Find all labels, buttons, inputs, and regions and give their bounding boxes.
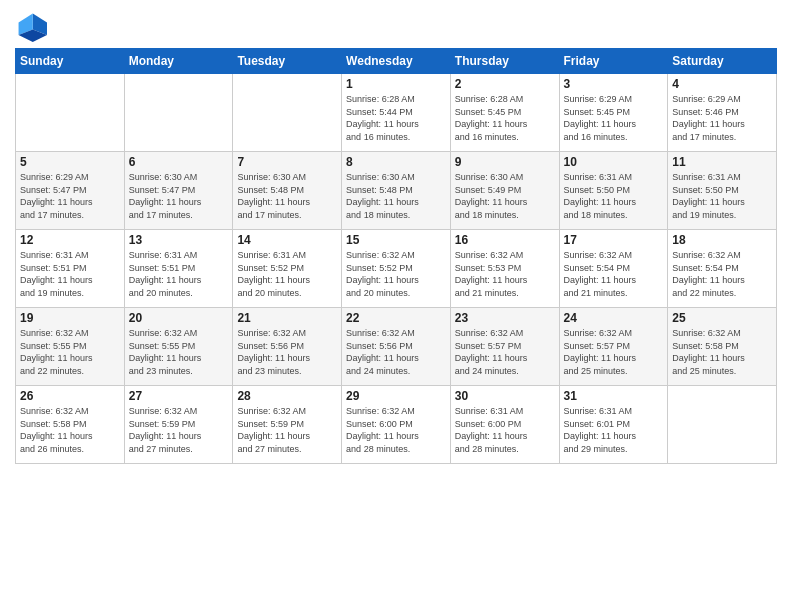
calendar-cell: 3Sunrise: 6:29 AM Sunset: 5:45 PM Daylig… <box>559 74 668 152</box>
calendar-cell: 10Sunrise: 6:31 AM Sunset: 5:50 PM Dayli… <box>559 152 668 230</box>
calendar-cell: 24Sunrise: 6:32 AM Sunset: 5:57 PM Dayli… <box>559 308 668 386</box>
header <box>15 10 777 42</box>
calendar-cell: 16Sunrise: 6:32 AM Sunset: 5:53 PM Dayli… <box>450 230 559 308</box>
day-info: Sunrise: 6:32 AM Sunset: 5:56 PM Dayligh… <box>237 327 337 377</box>
day-info: Sunrise: 6:31 AM Sunset: 5:51 PM Dayligh… <box>20 249 120 299</box>
day-info: Sunrise: 6:32 AM Sunset: 5:58 PM Dayligh… <box>20 405 120 455</box>
day-info: Sunrise: 6:31 AM Sunset: 6:00 PM Dayligh… <box>455 405 555 455</box>
day-number: 15 <box>346 233 446 247</box>
weekday-saturday: Saturday <box>668 49 777 74</box>
day-info: Sunrise: 6:30 AM Sunset: 5:48 PM Dayligh… <box>346 171 446 221</box>
calendar-cell: 23Sunrise: 6:32 AM Sunset: 5:57 PM Dayli… <box>450 308 559 386</box>
day-number: 10 <box>564 155 664 169</box>
calendar-cell: 28Sunrise: 6:32 AM Sunset: 5:59 PM Dayli… <box>233 386 342 464</box>
day-info: Sunrise: 6:28 AM Sunset: 5:44 PM Dayligh… <box>346 93 446 143</box>
calendar-cell: 20Sunrise: 6:32 AM Sunset: 5:55 PM Dayli… <box>124 308 233 386</box>
day-info: Sunrise: 6:32 AM Sunset: 6:00 PM Dayligh… <box>346 405 446 455</box>
day-info: Sunrise: 6:31 AM Sunset: 5:50 PM Dayligh… <box>564 171 664 221</box>
weekday-tuesday: Tuesday <box>233 49 342 74</box>
calendar-week-row: 12Sunrise: 6:31 AM Sunset: 5:51 PM Dayli… <box>16 230 777 308</box>
weekday-monday: Monday <box>124 49 233 74</box>
day-number: 19 <box>20 311 120 325</box>
day-info: Sunrise: 6:32 AM Sunset: 5:53 PM Dayligh… <box>455 249 555 299</box>
day-info: Sunrise: 6:29 AM Sunset: 5:46 PM Dayligh… <box>672 93 772 143</box>
calendar-table: SundayMondayTuesdayWednesdayThursdayFrid… <box>15 48 777 464</box>
calendar-week-row: 19Sunrise: 6:32 AM Sunset: 5:55 PM Dayli… <box>16 308 777 386</box>
page-container: SundayMondayTuesdayWednesdayThursdayFrid… <box>0 0 792 474</box>
calendar-cell: 29Sunrise: 6:32 AM Sunset: 6:00 PM Dayli… <box>342 386 451 464</box>
day-info: Sunrise: 6:31 AM Sunset: 6:01 PM Dayligh… <box>564 405 664 455</box>
day-number: 24 <box>564 311 664 325</box>
day-info: Sunrise: 6:32 AM Sunset: 5:57 PM Dayligh… <box>455 327 555 377</box>
weekday-sunday: Sunday <box>16 49 125 74</box>
day-info: Sunrise: 6:29 AM Sunset: 5:47 PM Dayligh… <box>20 171 120 221</box>
day-number: 11 <box>672 155 772 169</box>
day-info: Sunrise: 6:31 AM Sunset: 5:51 PM Dayligh… <box>129 249 229 299</box>
calendar-cell: 6Sunrise: 6:30 AM Sunset: 5:47 PM Daylig… <box>124 152 233 230</box>
calendar-cell: 18Sunrise: 6:32 AM Sunset: 5:54 PM Dayli… <box>668 230 777 308</box>
calendar-cell: 1Sunrise: 6:28 AM Sunset: 5:44 PM Daylig… <box>342 74 451 152</box>
calendar-cell: 22Sunrise: 6:32 AM Sunset: 5:56 PM Dayli… <box>342 308 451 386</box>
day-info: Sunrise: 6:28 AM Sunset: 5:45 PM Dayligh… <box>455 93 555 143</box>
calendar-cell: 27Sunrise: 6:32 AM Sunset: 5:59 PM Dayli… <box>124 386 233 464</box>
day-info: Sunrise: 6:32 AM Sunset: 5:58 PM Dayligh… <box>672 327 772 377</box>
calendar-cell: 13Sunrise: 6:31 AM Sunset: 5:51 PM Dayli… <box>124 230 233 308</box>
day-number: 4 <box>672 77 772 91</box>
day-number: 9 <box>455 155 555 169</box>
calendar-week-row: 5Sunrise: 6:29 AM Sunset: 5:47 PM Daylig… <box>16 152 777 230</box>
day-info: Sunrise: 6:32 AM Sunset: 5:54 PM Dayligh… <box>564 249 664 299</box>
calendar-cell: 5Sunrise: 6:29 AM Sunset: 5:47 PM Daylig… <box>16 152 125 230</box>
day-info: Sunrise: 6:30 AM Sunset: 5:49 PM Dayligh… <box>455 171 555 221</box>
calendar-cell <box>668 386 777 464</box>
calendar-cell: 8Sunrise: 6:30 AM Sunset: 5:48 PM Daylig… <box>342 152 451 230</box>
calendar-cell: 31Sunrise: 6:31 AM Sunset: 6:01 PM Dayli… <box>559 386 668 464</box>
day-info: Sunrise: 6:32 AM Sunset: 5:55 PM Dayligh… <box>20 327 120 377</box>
day-number: 7 <box>237 155 337 169</box>
calendar-cell <box>16 74 125 152</box>
day-number: 1 <box>346 77 446 91</box>
day-info: Sunrise: 6:31 AM Sunset: 5:50 PM Dayligh… <box>672 171 772 221</box>
day-number: 18 <box>672 233 772 247</box>
day-number: 20 <box>129 311 229 325</box>
calendar-cell: 11Sunrise: 6:31 AM Sunset: 5:50 PM Dayli… <box>668 152 777 230</box>
day-number: 14 <box>237 233 337 247</box>
calendar-cell: 14Sunrise: 6:31 AM Sunset: 5:52 PM Dayli… <box>233 230 342 308</box>
calendar-week-row: 26Sunrise: 6:32 AM Sunset: 5:58 PM Dayli… <box>16 386 777 464</box>
day-number: 28 <box>237 389 337 403</box>
weekday-friday: Friday <box>559 49 668 74</box>
day-info: Sunrise: 6:32 AM Sunset: 5:59 PM Dayligh… <box>237 405 337 455</box>
day-number: 12 <box>20 233 120 247</box>
calendar-cell: 4Sunrise: 6:29 AM Sunset: 5:46 PM Daylig… <box>668 74 777 152</box>
calendar-week-row: 1Sunrise: 6:28 AM Sunset: 5:44 PM Daylig… <box>16 74 777 152</box>
day-number: 23 <box>455 311 555 325</box>
calendar-cell <box>124 74 233 152</box>
day-info: Sunrise: 6:32 AM Sunset: 5:54 PM Dayligh… <box>672 249 772 299</box>
day-number: 13 <box>129 233 229 247</box>
day-number: 30 <box>455 389 555 403</box>
day-number: 3 <box>564 77 664 91</box>
day-number: 8 <box>346 155 446 169</box>
day-number: 31 <box>564 389 664 403</box>
day-number: 21 <box>237 311 337 325</box>
day-info: Sunrise: 6:32 AM Sunset: 5:52 PM Dayligh… <box>346 249 446 299</box>
calendar-cell: 7Sunrise: 6:30 AM Sunset: 5:48 PM Daylig… <box>233 152 342 230</box>
day-info: Sunrise: 6:30 AM Sunset: 5:47 PM Dayligh… <box>129 171 229 221</box>
weekday-wednesday: Wednesday <box>342 49 451 74</box>
calendar-cell: 19Sunrise: 6:32 AM Sunset: 5:55 PM Dayli… <box>16 308 125 386</box>
day-number: 17 <box>564 233 664 247</box>
day-info: Sunrise: 6:32 AM Sunset: 5:55 PM Dayligh… <box>129 327 229 377</box>
calendar-cell: 12Sunrise: 6:31 AM Sunset: 5:51 PM Dayli… <box>16 230 125 308</box>
day-number: 27 <box>129 389 229 403</box>
calendar-cell: 15Sunrise: 6:32 AM Sunset: 5:52 PM Dayli… <box>342 230 451 308</box>
day-info: Sunrise: 6:32 AM Sunset: 5:56 PM Dayligh… <box>346 327 446 377</box>
calendar-cell <box>233 74 342 152</box>
logo-icon <box>15 10 47 42</box>
calendar-cell: 30Sunrise: 6:31 AM Sunset: 6:00 PM Dayli… <box>450 386 559 464</box>
day-info: Sunrise: 6:29 AM Sunset: 5:45 PM Dayligh… <box>564 93 664 143</box>
calendar-cell: 21Sunrise: 6:32 AM Sunset: 5:56 PM Dayli… <box>233 308 342 386</box>
calendar-cell: 25Sunrise: 6:32 AM Sunset: 5:58 PM Dayli… <box>668 308 777 386</box>
day-info: Sunrise: 6:32 AM Sunset: 5:57 PM Dayligh… <box>564 327 664 377</box>
day-info: Sunrise: 6:30 AM Sunset: 5:48 PM Dayligh… <box>237 171 337 221</box>
weekday-header-row: SundayMondayTuesdayWednesdayThursdayFrid… <box>16 49 777 74</box>
day-info: Sunrise: 6:31 AM Sunset: 5:52 PM Dayligh… <box>237 249 337 299</box>
